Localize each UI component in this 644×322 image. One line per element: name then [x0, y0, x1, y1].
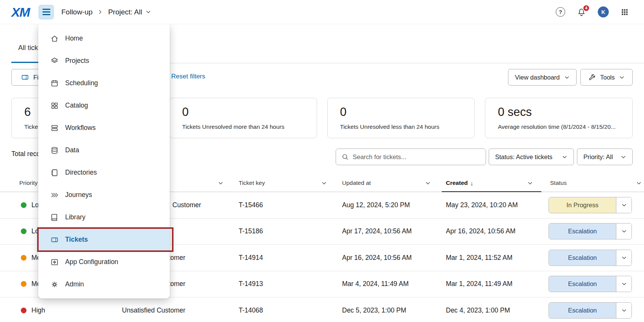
menu-item-admin[interactable]: Admin [38, 273, 170, 295]
menu-item-scheduling[interactable]: Scheduling [38, 72, 170, 94]
status-dropdown[interactable]: In Progress [549, 197, 632, 213]
ticket-key-cell: T-15186 [239, 227, 342, 235]
menu-item-app-configuration[interactable]: App Configuration [38, 251, 170, 273]
menu-item-home[interactable]: Home [38, 27, 170, 50]
priority-dot-orange [21, 255, 27, 261]
ticket-icon [21, 73, 29, 81]
chevron-down-icon[interactable] [616, 276, 631, 292]
priority-filter-dropdown[interactable]: Priority: All [577, 148, 633, 165]
status-filter-dropdown[interactable]: Status: Active tickets [489, 148, 574, 165]
menu-item-tickets[interactable]: Tickets [38, 228, 170, 251]
column-header-status[interactable]: Status [548, 174, 644, 192]
catalog-icon [50, 102, 59, 110]
tools-button[interactable]: Tools [580, 69, 633, 86]
help-icon[interactable]: ? [556, 7, 565, 17]
stat-card: 0 Tickets Unresolved less than 24 hours [327, 98, 475, 138]
column-header-label: Created [446, 180, 468, 186]
column-header-updated-at[interactable]: Updated at [342, 174, 446, 192]
status-cell: Escalation [548, 250, 644, 266]
status-cell: Escalation [548, 223, 644, 239]
chevron-down-icon[interactable] [321, 180, 327, 186]
breadcrumb: Follow-up Project: All [61, 8, 151, 16]
status-label: Escalation [549, 250, 616, 266]
priority-dot-green [21, 228, 27, 234]
menu-item-workflows[interactable]: Workflows [38, 117, 170, 139]
chevron-down-icon[interactable] [616, 250, 631, 266]
status-filter-label: Status: Active tickets [495, 153, 552, 161]
priority-label: High [31, 306, 45, 314]
created-cell: Apr 16, 2024, 10:56 AM [446, 227, 548, 235]
column-header-label: Ticket key [239, 180, 265, 186]
reset-filters-link[interactable]: Reset filters [171, 73, 205, 80]
ticket-key-cell: T-14914 [239, 254, 342, 262]
status-cell: In Progress [548, 197, 644, 213]
chevron-down-icon[interactable] [616, 197, 631, 213]
menu-item-projects[interactable]: Projects [38, 50, 170, 72]
project-dropdown[interactable]: Project: All [108, 8, 151, 16]
chevron-down-icon [621, 154, 626, 160]
status-dropdown[interactable]: Escalation [549, 250, 632, 266]
menu-item-journeys[interactable]: Journeys [38, 184, 170, 206]
wrench-icon [588, 73, 596, 81]
chevron-down-icon[interactable] [616, 303, 631, 318]
menu-item-library[interactable]: Library [38, 206, 170, 228]
menu-item-label: Admin [65, 280, 84, 288]
ticket-key-cell: T-14913 [239, 280, 342, 288]
admin-icon [50, 280, 59, 289]
notifications-button[interactable]: 4 [577, 8, 586, 17]
menu-item-catalog[interactable]: Catalog [38, 94, 170, 117]
created-cell: Mar 1, 2024, 11:52 AM [446, 254, 548, 262]
chevron-down-icon[interactable] [616, 224, 631, 239]
topbar-actions: ? 4 K [556, 6, 629, 17]
stat-card-value: 0 secs [498, 105, 625, 119]
chevron-down-icon[interactable] [425, 180, 431, 186]
priority-dot-red [21, 308, 27, 313]
hamburger-menu-button[interactable] [39, 5, 54, 19]
app-configuration-icon [50, 258, 59, 266]
stat-card-label: Average resolution time (8/1/2024 - 8/15… [498, 123, 625, 130]
menu-item-directories[interactable]: Directories [38, 161, 170, 184]
column-header-created[interactable]: Created ↓ [446, 174, 548, 192]
ticket-key-cell: T-15466 [239, 201, 342, 209]
priority-dot-green [21, 202, 27, 208]
hamburger-icon [42, 9, 50, 10]
status-dropdown[interactable]: Escalation [549, 276, 632, 292]
menu-item-label: Scheduling [65, 79, 98, 87]
view-dashboard-button[interactable]: View dashboard [508, 69, 577, 86]
ticket-name-cell: Unsatisfied Customer [122, 306, 239, 314]
xm-logo: XM [11, 6, 30, 19]
chevron-down-icon[interactable] [218, 180, 224, 186]
column-header-label: Updated at [342, 180, 371, 186]
updated-at-cell: Apr 17, 2024, 10:56 AM [342, 227, 446, 235]
status-label: Escalation [549, 224, 616, 239]
column-header-ticket-key[interactable]: Ticket key [239, 174, 342, 192]
created-cell: Mar 1, 2024, 11:49 AM [446, 280, 548, 288]
ticket-key-cell: T-14068 [239, 306, 342, 314]
priority-cell: High [0, 306, 122, 314]
priority-filter-label: Priority: All [583, 153, 613, 161]
chevron-down-icon[interactable] [636, 180, 642, 186]
breadcrumb-section[interactable]: Follow-up [61, 8, 92, 16]
navigation-menu: Home Projects Scheduling Catalog Workflo… [38, 24, 170, 299]
priority-dot-orange [21, 281, 27, 287]
notification-badge: 4 [583, 5, 590, 12]
status-label: Escalation [549, 303, 616, 318]
status-dropdown[interactable]: Escalation [549, 302, 632, 319]
ticket-row[interactable]: High Unsatisfied Customer T-14068 Dec 5,… [0, 297, 644, 322]
status-dropdown[interactable]: Escalation [549, 223, 632, 239]
chevron-down-icon[interactable] [527, 180, 533, 186]
search-input[interactable] [353, 153, 480, 161]
stat-card-value: 0 [182, 105, 309, 119]
tickets-icon [50, 236, 59, 244]
column-header-label: Priority [19, 180, 38, 186]
updated-at-cell: Aug 12, 2024, 5:20 PM [342, 201, 446, 209]
apps-grid-icon[interactable] [621, 8, 629, 16]
updated-at-cell: Apr 16, 2024, 10:56 AM [342, 254, 446, 262]
ticket-search [336, 148, 486, 165]
menu-item-label: Data [65, 146, 79, 154]
menu-item-data[interactable]: Data [38, 139, 170, 161]
menu-item-label: Workflows [65, 124, 95, 132]
avatar[interactable]: K [598, 6, 609, 17]
column-header-label: Status [550, 180, 567, 186]
home-icon [50, 34, 59, 43]
